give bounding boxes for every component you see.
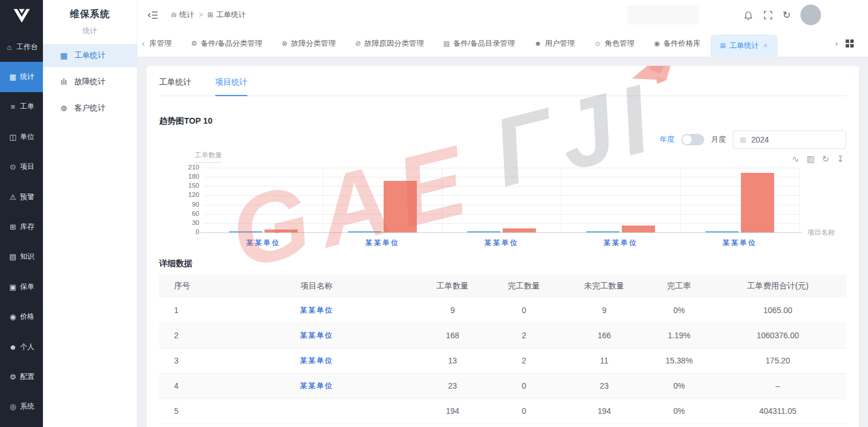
policy-icon: ▣ [9,283,17,291]
route-tab-parts-category-mgmt[interactable]: ⚙备件/备品分类管理 [182,33,272,54]
tab-scroll-left-icon[interactable]: ‹ [137,39,149,48]
chart-gridline [204,168,799,168]
submenu-item-workorder-stats[interactable]: ▦工单统计 [43,44,137,67]
route-tabbar: ‹ 仓库管理⚙备件/备品分类管理⊗故障分类管理⊘故障原因分类管理▤备件/备品目录… [137,30,868,57]
year-picker-value: 2024 [751,135,769,144]
route-tab-label: 备件价格库 [664,38,701,49]
sidebar-item-price[interactable]: ◉价格 [0,302,43,332]
project-name-link[interactable]: 某某单位 [300,306,333,314]
bar-chart-icon[interactable]: ▥ [807,154,815,164]
tab-grid-menu-icon[interactable] [846,39,854,48]
sidebar-item-stats[interactable]: ▦统计 [0,62,43,92]
chart-split-line [442,168,443,232]
project-name-link[interactable]: 某某单位 [300,382,333,390]
category-label-4[interactable]: 某某单位 [680,238,799,248]
category-label-0[interactable]: 某某单位 [204,238,323,248]
sidebar-item-system[interactable]: ◎系统 [0,392,43,422]
bar-complete-4 [705,231,739,232]
submenu-item-label: 故障统计 [74,77,105,87]
sidebar-item-label: 项目 [20,162,34,172]
project-name-link[interactable]: 某某单位 [300,331,333,339]
column-header-1: 项目名称 [216,275,417,298]
cell-name: 某某单位 [216,298,417,323]
sidebar-item-config[interactable]: ⚙配置 [0,362,43,392]
chart-split-line [799,168,800,232]
table-row: 3某某单位1321115.38%175.20 [159,348,846,373]
route-tab-fault-category-mgmt[interactable]: ⊗故障分类管理 [272,33,345,54]
route-tab-fault-reason-category-mgmt[interactable]: ⊘故障原因分类管理 [345,33,433,54]
table-row: 519401940%404311.05 [159,398,846,424]
sidebar-item-alert[interactable]: ⚠预警 [0,182,43,212]
cell-done: 0 [488,398,560,424]
year-month-toggle[interactable] [681,134,704,145]
route-tab-user-mgmt[interactable]: ☻用户管理 [524,33,585,54]
sidebar-item-knowledge[interactable]: ▤知识 [0,242,43,272]
secondary-sidebar: 维保系统 统计 ▦工单统计ılı故障统计⊚客户统计 [43,0,137,427]
tab-close-icon[interactable]: × [764,42,768,50]
table-row: 2某某单位16821661.19%1060376.00 [159,323,846,348]
chart-split-line [561,168,562,232]
tab-workorder-stats[interactable]: 工单统计 [159,77,191,96]
workorder-stats-icon: ▦ [59,51,69,60]
primary-sidebar: ⌂工作台▦统计≡工单◫单位⊙项目⚠预警⊞库存▤知识▣保单◉价格☻个人⚙配置◎系统 [0,0,43,427]
y-axis-name: 工单数量 [195,151,222,163]
sidebar-item-project[interactable]: ⊙项目 [0,152,43,182]
avatar[interactable] [800,5,821,25]
route-tab-label: 备件/备品目录管理 [453,38,515,49]
route-tab-workorder-stats[interactable]: ⊞工单统计× [711,34,778,57]
submenu-item-fault-stats[interactable]: ılı故障统计 [43,70,137,93]
route-tab-role-mgmt[interactable]: ☺角色管理 [585,33,644,54]
primary-nav: ⌂工作台▦统计≡工单◫单位⊙项目⚠预警⊞库存▤知识▣保单◉价格☻个人⚙配置◎系统 [0,32,43,422]
unit-icon: ◫ [9,133,17,141]
breadcrumb-item-workorder-stats[interactable]: ⊞ 工单统计 [207,10,246,20]
cell-rate: 0% [649,298,709,323]
year-picker[interactable]: ⊞ 2024 [733,131,846,149]
stats-icon: ▦ [9,73,17,81]
project-icon: ⊙ [9,163,17,171]
chart-download-icon[interactable]: ↧ [837,154,844,164]
detail-table: 序号项目名称工单数量完工数量未完工数量完工率工单费用合计(元) 1某某单位909… [159,275,846,424]
sidebar-item-unit[interactable]: ◫单位 [0,122,43,152]
breadcrumb-item-stats[interactable]: ılı 统计 [171,10,194,20]
category-label-1[interactable]: 某某单位 [323,238,442,248]
tab-scroll-right-icon[interactable]: › [831,39,843,48]
notification-bell-icon[interactable] [743,10,753,21]
submenu-item-label: 客户统计 [74,103,105,113]
sidebar-item-policy[interactable]: ▣保单 [0,272,43,302]
toggle-month-label[interactable]: 月度 [711,135,726,145]
cell-index: 3 [159,348,216,373]
sidebar-item-workbench[interactable]: ⌂工作台 [0,32,43,62]
column-header-0: 序号 [159,275,216,298]
toggle-year-label[interactable]: 年度 [660,135,674,145]
refresh-icon[interactable]: ↻ [783,9,791,21]
detail-table-title: 详细数据 [159,258,846,269]
route-tab-warehouse-mgmt[interactable]: 仓库管理 [149,33,182,54]
bar-complete-0 [229,231,262,232]
chart-toolbar: ∿ ▥ ↻ ↧ [792,154,844,164]
cell-index: 2 [159,323,216,348]
route-tab-label: 备件/备品分类管理 [200,38,262,49]
route-tab-parts-price-db[interactable]: ◉备件价格库 [644,33,710,54]
category-label-3[interactable]: 某某单位 [561,238,680,248]
cell-rate: 0% [649,398,709,424]
calendar-icon: ⊞ [740,136,746,144]
chart-refresh-icon[interactable]: ↻ [822,154,830,164]
parts-category-mgmt-icon: ⚙ [191,39,198,48]
y-tick-label: 60 [176,210,199,217]
y-tick-label: 180 [176,173,199,180]
app-logo-icon[interactable] [0,0,43,32]
role-mgmt-icon: ☺ [594,39,601,48]
line-chart-icon[interactable]: ∿ [792,154,799,164]
sidebar-item-inventory[interactable]: ⊞库存 [0,212,43,242]
tab-project-stats[interactable]: 项目统计 [215,77,247,96]
category-label-2[interactable]: 某某单位 [442,238,561,248]
cell-total: 23 [417,373,488,398]
project-name-link[interactable]: 某某单位 [300,357,333,365]
sidebar-item-workorder[interactable]: ≡工单 [0,92,43,122]
stats-card: 工单统计 项目统计 趋势图TOP 10 年度 月度 ⊞ 2024 ∿ ▥ ↻ ↧… [147,66,859,427]
fullscreen-icon[interactable] [763,10,773,20]
sidebar-item-profile[interactable]: ☻个人 [0,332,43,362]
submenu-item-customer-stats[interactable]: ⊚客户统计 [43,97,137,120]
sidebar-collapse-icon[interactable] [148,10,159,20]
route-tab-parts-catalog-mgmt[interactable]: ▤备件/备品目录管理 [433,33,524,54]
